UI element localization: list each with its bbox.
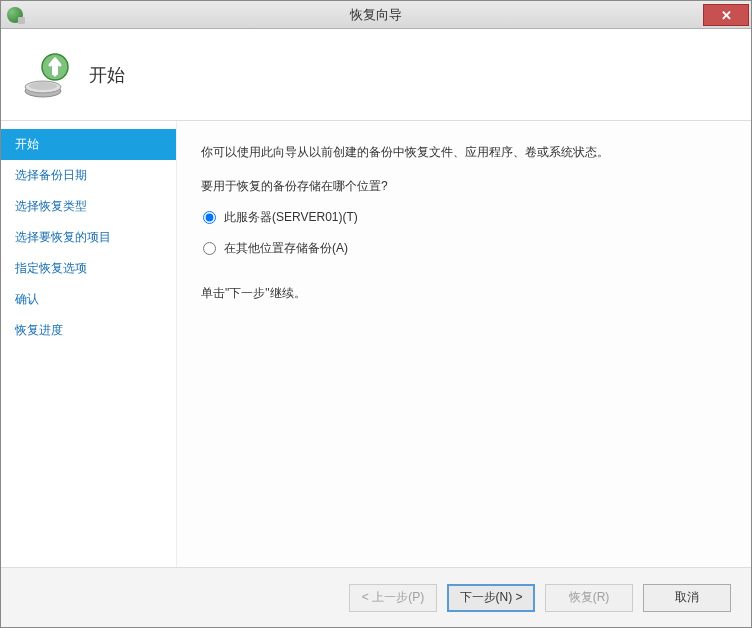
prev-button: < 上一步(P)	[349, 584, 437, 612]
svg-rect-4	[52, 65, 58, 75]
wizard-content: 你可以使用此向导从以前创建的备份中恢复文件、应用程序、卷或系统状态。 要用于恢复…	[176, 121, 751, 567]
sidebar-item-select-date[interactable]: 选择备份日期	[1, 160, 176, 191]
page-title: 开始	[89, 63, 125, 87]
sidebar-item-select-items[interactable]: 选择要恢复的项目	[1, 222, 176, 253]
sidebar-item-confirm[interactable]: 确认	[1, 284, 176, 315]
app-icon	[7, 7, 23, 23]
sidebar-item-label: 确认	[15, 292, 39, 306]
content-hint: 单击"下一步"继续。	[201, 285, 727, 302]
close-icon: ✕	[721, 8, 732, 23]
sidebar-item-progress[interactable]: 恢复进度	[1, 315, 176, 346]
cancel-button[interactable]: 取消	[643, 584, 731, 612]
next-button[interactable]: 下一步(N) >	[447, 584, 535, 612]
svg-point-2	[29, 82, 57, 90]
radio-input-other-location[interactable]	[203, 242, 216, 255]
radio-label: 在其他位置存储备份(A)	[224, 240, 348, 257]
radio-other-location[interactable]: 在其他位置存储备份(A)	[203, 240, 727, 257]
wizard-footer: < 上一步(P) 下一步(N) > 恢复(R) 取消	[1, 567, 751, 627]
close-button[interactable]: ✕	[703, 4, 749, 26]
recover-button: 恢复(R)	[545, 584, 633, 612]
window-title: 恢复向导	[350, 6, 402, 24]
sidebar-item-label: 选择要恢复的项目	[15, 230, 111, 244]
sidebar-item-label: 开始	[15, 137, 39, 151]
sidebar-item-options[interactable]: 指定恢复选项	[1, 253, 176, 284]
wizard-header: 开始	[1, 29, 751, 121]
sidebar-item-label: 选择备份日期	[15, 168, 87, 182]
sidebar-item-label: 指定恢复选项	[15, 261, 87, 275]
content-question: 要用于恢复的备份存储在哪个位置?	[201, 178, 727, 195]
sidebar-item-label: 恢复进度	[15, 323, 63, 337]
titlebar: 恢复向导 ✕	[1, 1, 751, 29]
wizard-body: 开始 选择备份日期 选择恢复类型 选择要恢复的项目 指定恢复选项 确认 恢复进度…	[1, 121, 751, 567]
wizard-icon	[19, 49, 71, 101]
sidebar-item-start[interactable]: 开始	[1, 129, 176, 160]
sidebar-item-label: 选择恢复类型	[15, 199, 87, 213]
sidebar-item-select-type[interactable]: 选择恢复类型	[1, 191, 176, 222]
radio-label: 此服务器(SERVER01)(T)	[224, 209, 358, 226]
sidebar: 开始 选择备份日期 选择恢复类型 选择要恢复的项目 指定恢复选项 确认 恢复进度	[1, 121, 176, 567]
content-description: 你可以使用此向导从以前创建的备份中恢复文件、应用程序、卷或系统状态。	[201, 143, 727, 162]
radio-input-this-server[interactable]	[203, 211, 216, 224]
radio-this-server[interactable]: 此服务器(SERVER01)(T)	[203, 209, 727, 226]
